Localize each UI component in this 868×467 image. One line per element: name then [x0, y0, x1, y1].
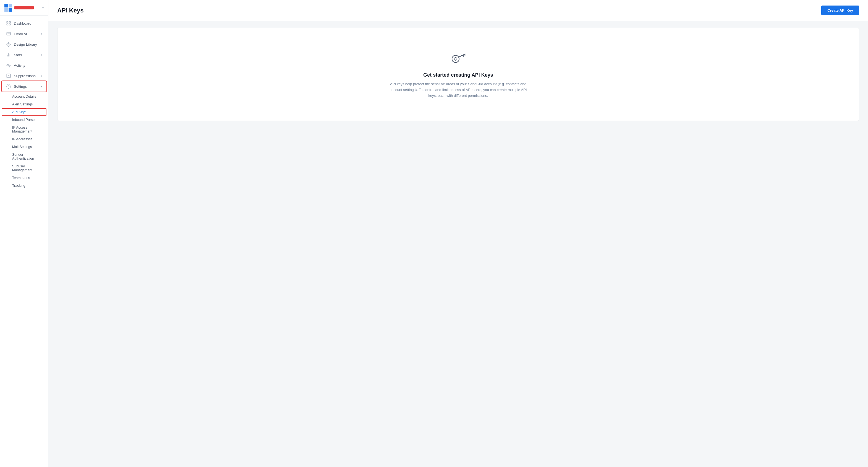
- suppressions-icon: [6, 73, 11, 78]
- svg-point-18: [454, 58, 457, 60]
- svg-rect-6: [7, 24, 8, 25]
- logo-text: [14, 6, 34, 9]
- logo-chevron-icon: ▾: [42, 6, 44, 9]
- svg-point-16: [8, 86, 9, 87]
- main-content: API Keys Create API Key Get started crea…: [49, 0, 868, 467]
- sidebar-item-suppressions[interactable]: Suppressions ▾: [2, 70, 46, 81]
- svg-rect-5: [9, 21, 10, 23]
- svg-rect-0: [4, 4, 8, 7]
- email-api-chevron-icon: ▾: [41, 32, 42, 35]
- settings-sub-nav: Account Details Alert Settings API Keys …: [0, 92, 48, 191]
- activity-icon: [6, 63, 11, 68]
- sub-nav-subuser-management[interactable]: Subuser Management: [0, 163, 48, 174]
- empty-state-card: Get started creating API Keys API keys h…: [57, 28, 859, 121]
- svg-rect-2: [4, 8, 8, 11]
- sub-nav-api-keys[interactable]: API Keys: [2, 108, 46, 116]
- sub-nav-tracking[interactable]: Tracking: [0, 182, 48, 189]
- sidebar: ▾ Dashboard Email API ▾: [0, 0, 49, 467]
- suppressions-label: Suppressions: [14, 74, 36, 78]
- settings-label: Settings: [14, 84, 27, 89]
- page-title: API Keys: [57, 7, 84, 14]
- page-header: API Keys Create API Key: [49, 0, 868, 21]
- empty-state-title: Get started creating API Keys: [423, 72, 493, 78]
- svg-rect-7: [9, 24, 10, 25]
- sendgrid-logo-icon: [4, 4, 12, 11]
- sidebar-item-email-api[interactable]: Email API ▾: [2, 29, 46, 39]
- stats-icon: [6, 52, 11, 57]
- svg-rect-4: [7, 21, 8, 23]
- sidebar-item-activity[interactable]: Activity: [2, 60, 46, 70]
- dashboard-icon: [6, 21, 11, 26]
- email-api-icon: [6, 31, 11, 36]
- suppressions-chevron-icon: ▾: [41, 75, 42, 78]
- sub-nav-inbound-parse[interactable]: Inbound Parse: [0, 116, 48, 124]
- sidebar-item-settings[interactable]: Settings ▾: [2, 81, 46, 92]
- svg-line-19: [458, 54, 465, 57]
- stats-label: Stats: [14, 53, 22, 57]
- content-area: Get started creating API Keys API keys h…: [49, 21, 868, 467]
- design-library-label: Design Library: [14, 42, 37, 47]
- sub-nav-mail-settings[interactable]: Mail Settings: [0, 143, 48, 151]
- sidebar-item-dashboard[interactable]: Dashboard: [2, 18, 46, 29]
- stats-chevron-icon: ▾: [41, 53, 42, 56]
- empty-state-description: API keys help protect the sensitive area…: [386, 81, 530, 98]
- design-library-icon: [6, 42, 11, 47]
- email-api-label: Email API: [14, 32, 29, 36]
- sub-nav-account-details[interactable]: Account Details: [0, 93, 48, 100]
- svg-point-9: [8, 44, 9, 45]
- sub-nav-ip-access-management[interactable]: IP Access Management: [0, 124, 48, 135]
- svg-rect-1: [8, 4, 12, 7]
- sidebar-item-stats[interactable]: Stats ▾: [2, 50, 46, 60]
- sub-nav-sender-authentication[interactable]: Sender Authentication: [0, 151, 48, 163]
- api-key-icon: [450, 50, 467, 67]
- sub-nav-teammates[interactable]: Teammates: [0, 174, 48, 182]
- create-api-key-button[interactable]: Create API Key: [821, 5, 859, 15]
- activity-label: Activity: [14, 63, 25, 67]
- settings-chevron-icon: ▾: [41, 85, 42, 88]
- sidebar-item-design-library[interactable]: Design Library: [2, 39, 46, 50]
- main-nav: Dashboard Email API ▾ Design Library: [0, 16, 48, 467]
- logo-area[interactable]: ▾: [0, 0, 48, 16]
- dashboard-label: Dashboard: [14, 21, 32, 25]
- sub-nav-ip-addresses[interactable]: IP Addresses: [0, 135, 48, 143]
- svg-rect-3: [8, 8, 12, 11]
- svg-point-17: [452, 55, 459, 62]
- settings-icon: [6, 84, 11, 89]
- sub-nav-alert-settings[interactable]: Alert Settings: [0, 100, 48, 108]
